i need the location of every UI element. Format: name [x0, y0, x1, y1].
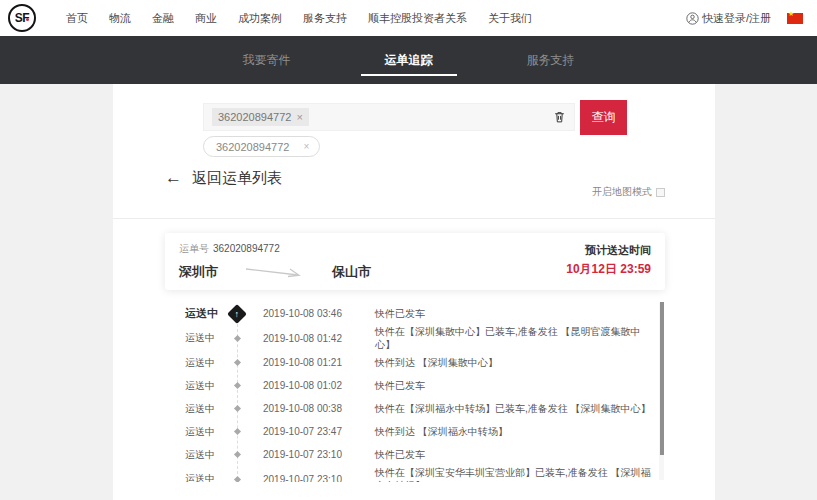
section-divider	[113, 218, 715, 219]
timeline-status: 运送中	[185, 379, 223, 393]
nav-item-finance[interactable]: 金融	[152, 11, 174, 26]
main-menu: 首页 物流 金融 商业 成功案例 服务支持 顺丰控股投资者关系 关于我们	[66, 11, 532, 26]
node-diamond-icon	[233, 405, 240, 412]
timeline-node: ↑	[223, 360, 251, 365]
user-circle-icon	[686, 12, 699, 25]
timeline-status: 运送中	[185, 356, 223, 370]
back-title: 返回运单列表	[192, 169, 282, 188]
map-mode-checkbox[interactable]	[656, 188, 665, 197]
timeline-description: 快件已发车	[375, 379, 660, 392]
timeline-status: 运送中	[185, 425, 223, 439]
tab-waybill-tracking-label: 运单追踪	[385, 52, 433, 69]
timeline-node: ↑	[223, 336, 251, 341]
nav-item-investor-relations[interactable]: 顺丰控股投资者关系	[368, 11, 467, 26]
timeline-time: 2019-10-08 01:42	[251, 333, 375, 344]
timeline-row[interactable]: 运送中 ↑ 2019-10-07 23:47 快件到达 【深圳福永中转场】	[185, 420, 660, 443]
quick-login-link[interactable]: 快速登录/注册	[686, 11, 771, 26]
timeline-description: 快件到达 【深圳集散中心】	[375, 356, 660, 369]
timeline-time: 2019-10-08 01:02	[251, 380, 375, 391]
logo-red-dot	[26, 18, 29, 21]
search-history-tag[interactable]: 362020894772 ×	[203, 136, 320, 157]
current-node-diamond-arrow-icon: ↑	[227, 304, 247, 324]
nav-item-home[interactable]: 首页	[66, 11, 88, 26]
origin-city: 深圳市	[179, 263, 218, 281]
navbar-right: 快速登录/注册	[686, 11, 803, 26]
search-history-tag-text: 362020894772	[216, 141, 289, 153]
china-flag-icon[interactable]	[787, 13, 803, 24]
tracking-timeline: 运送中 ↑ 2019-10-08 03:46 快件已发车 运送中 ↑ 2019-…	[113, 294, 660, 482]
destination-city: 保山市	[332, 263, 371, 281]
node-diamond-icon	[233, 475, 240, 482]
nav-item-support[interactable]: 服务支持	[303, 11, 347, 26]
timeline-node: ↑	[223, 406, 251, 411]
tag-remove-icon[interactable]: ×	[296, 111, 302, 123]
node-diamond-icon	[233, 334, 240, 341]
timeline-description: 快件已发车	[375, 307, 660, 320]
timeline-row[interactable]: 运送中 ↑ 2019-10-08 03:46 快件已发车	[185, 302, 660, 325]
nav-item-cases[interactable]: 成功案例	[238, 11, 282, 26]
back-arrow-icon: ←	[165, 168, 182, 188]
timeline-status: 运送中	[185, 306, 223, 321]
timeline-row[interactable]: 运送中 ↑ 2019-10-08 01:21 快件到达 【深圳集散中心】	[185, 351, 660, 374]
timeline-description: 快件到达 【深圳福永中转场】	[375, 425, 660, 438]
timeline-row[interactable]: 运送中 ↑ 2019-10-08 01:02 快件已发车	[185, 374, 660, 397]
node-diamond-icon	[233, 382, 240, 389]
nav-item-logistics[interactable]: 物流	[109, 11, 131, 26]
waybill-number-value: 362020894772	[213, 243, 280, 254]
waybill-number-tag: 362020894772 ×	[212, 108, 309, 126]
timeline-scrollbar-thumb[interactable]	[660, 302, 664, 455]
sf-logo[interactable]: SF	[8, 4, 36, 32]
nav-item-business[interactable]: 商业	[195, 11, 217, 26]
clear-all-trash-icon[interactable]	[553, 110, 566, 124]
timeline-status: 运送中	[185, 402, 223, 416]
nav-item-about[interactable]: 关于我们	[488, 11, 532, 26]
node-diamond-icon	[233, 451, 240, 458]
tab-send-parcel[interactable]: 我要寄件	[219, 36, 315, 84]
service-tab-bar: 我要寄件 运单追踪 服务支持	[0, 36, 817, 84]
timeline-time: 2019-10-07 23:10	[251, 474, 375, 483]
timeline-row[interactable]: 运送中 ↑ 2019-10-07 23:10 快件已发车	[185, 443, 660, 466]
eta-label: 预计送达时间	[566, 243, 651, 258]
tab-send-parcel-label: 我要寄件	[243, 52, 291, 69]
eta-block: 预计送达时间 10月12日 23:59	[566, 243, 651, 278]
timeline-time: 2019-10-08 00:38	[251, 403, 375, 414]
query-button[interactable]: 查询	[580, 100, 627, 135]
timeline-description: 快件在【深圳福永中转场】已装车,准备发往 【深圳集散中心】	[375, 402, 660, 415]
timeline-row[interactable]: 运送中 ↑ 2019-10-07 23:10 快件在【深圳宝安华丰圳宝营业部】已…	[185, 466, 660, 482]
timeline-status: 运送中	[185, 448, 223, 462]
timeline-node: ↑	[223, 477, 251, 482]
tracking-panel: 362020894772 × 查询 362020894772 × ← 返回运单列…	[113, 84, 715, 500]
timeline-time: 2019-10-08 01:21	[251, 357, 375, 368]
quick-login-label: 快速登录/注册	[702, 11, 771, 26]
history-tag-remove-icon[interactable]: ×	[303, 141, 309, 152]
timeline-row[interactable]: 运送中 ↑ 2019-10-08 01:42 快件在【深圳集散中心】已装车,准备…	[185, 325, 660, 351]
timeline-status: 运送中	[185, 331, 223, 345]
timeline-description: 快件在【深圳宝安华丰圳宝营业部】已装车,准备发往 【深圳福永中转场】	[375, 466, 660, 482]
node-diamond-icon	[233, 428, 240, 435]
eta-time: 10月12日 23:59	[566, 261, 651, 278]
timeline-time: 2019-10-07 23:10	[251, 449, 375, 460]
timeline-description: 快件在【深圳集散中心】已装车,准备发往 【昆明官渡集散中心】	[375, 325, 660, 351]
timeline-time: 2019-10-08 03:46	[251, 308, 375, 319]
tab-service-support[interactable]: 服务支持	[503, 36, 599, 84]
tab-service-support-label: 服务支持	[527, 52, 575, 69]
timeline-node: ↑	[223, 452, 251, 457]
waybill-number-label: 运单号	[179, 243, 209, 254]
map-mode-label: 开启地图模式	[592, 185, 652, 199]
waybill-summary-card[interactable]: 运单号362020894772 深圳市 保山市 预计送达时间 10月12日 23…	[165, 233, 665, 290]
timeline-node: ↑	[223, 307, 251, 321]
back-to-waybill-list[interactable]: ← 返回运单列表	[165, 168, 282, 188]
page-content: 362020894772 × 查询 362020894772 × ← 返回运单列…	[0, 84, 817, 500]
waybill-number-tag-text: 362020894772	[218, 111, 291, 123]
waybill-search-input[interactable]: 362020894772 ×	[203, 103, 575, 131]
tab-waybill-tracking[interactable]: 运单追踪	[361, 36, 457, 84]
timeline-node: ↑	[223, 383, 251, 388]
timeline-time: 2019-10-07 23:47	[251, 426, 375, 437]
timeline-description: 快件已发车	[375, 448, 660, 461]
route-arrow-icon	[244, 265, 306, 279]
map-mode-toggle: 开启地图模式	[592, 185, 665, 199]
timeline-status: 运送中	[185, 472, 223, 482]
node-diamond-icon	[233, 359, 240, 366]
timeline-row[interactable]: 运送中 ↑ 2019-10-08 00:38 快件在【深圳福永中转场】已装车,准…	[185, 397, 660, 420]
top-navbar: SF 首页 物流 金融 商业 成功案例 服务支持 顺丰控股投资者关系 关于我们 …	[0, 0, 817, 36]
